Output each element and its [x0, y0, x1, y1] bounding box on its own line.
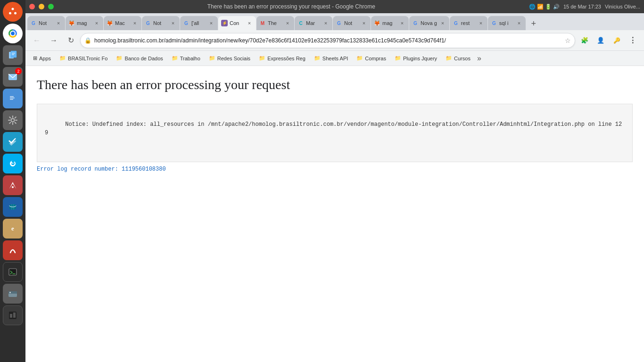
tab-close[interactable]: ×: [477, 19, 485, 27]
svg-rect-15: [9, 269, 17, 275]
tab-not1[interactable]: G Not ×: [27, 16, 65, 30]
tab-favicon: G: [336, 20, 342, 26]
tab-close[interactable]: ×: [55, 19, 62, 27]
tab-mac[interactable]: 🦊 Mac ×: [104, 16, 141, 30]
tab-close[interactable]: ×: [131, 19, 139, 27]
reload-button[interactable]: ↻: [63, 33, 78, 48]
window-close-button[interactable]: [29, 4, 35, 9]
password-manager-button[interactable]: 🔑: [609, 33, 624, 48]
tab-bar: G Not × 🦊 mag × 🦊 Mac × G Not × G ['all …: [25, 13, 644, 30]
toolbar-right-icons: 🧩 👤 🔑 ⋮: [577, 33, 640, 48]
tab-all[interactable]: G ['all ×: [180, 16, 218, 30]
bookmark-brasiltronic[interactable]: 📁 BRASILTronic Fo: [56, 53, 111, 63]
tab-label: sql i: [499, 20, 513, 26]
error-heading: There has been an error processing your …: [37, 77, 633, 92]
tab-sql[interactable]: G sql i ×: [488, 16, 526, 30]
bookmark-sheets[interactable]: 📁 Sheets API: [310, 53, 352, 63]
bookmark-cursos[interactable]: 📁 Cursos: [442, 53, 474, 63]
tab-label: Nova g: [421, 20, 437, 26]
error-box: Notice: Undefined index: all_resources i…: [37, 104, 633, 162]
tab-label: Mar: [306, 20, 320, 26]
bookmark-apps-label: Apps: [39, 56, 51, 61]
sidebar-icon-mysql[interactable]: [3, 197, 23, 217]
tab-mag1[interactable]: 🦊 mag ×: [66, 16, 103, 30]
tab-label: rest: [461, 20, 475, 26]
sidebar-icon-chrome[interactable]: [3, 24, 23, 43]
more-tools-button[interactable]: ⋮: [625, 33, 640, 48]
sidebar-icon-dark[interactable]: [3, 305, 23, 325]
address-input[interactable]: [94, 37, 562, 44]
folder-icon: 📁: [356, 55, 363, 61]
bookmarks-bar: ⊞ Apps 📁 BRASILTronic Fo 📁 Banco de Dado…: [25, 51, 644, 66]
tab-favicon: M: [259, 20, 266, 26]
sidebar-icon-skype[interactable]: [3, 154, 23, 173]
tab-close[interactable]: ×: [207, 19, 215, 27]
tab-not2[interactable]: G Not ×: [142, 16, 180, 30]
sidebar-icon-ubuntu[interactable]: [3, 2, 23, 22]
profile-button[interactable]: 👤: [593, 33, 608, 48]
tab-favicon: 🦊: [68, 20, 75, 26]
tab-label: Mac: [115, 20, 129, 26]
folder-icon: 📁: [259, 55, 265, 61]
tab-the[interactable]: M The ×: [256, 16, 294, 30]
folder-icon: 📁: [446, 55, 452, 61]
datetime: 15 de Mar 17:23: [563, 4, 601, 9]
sidebar-icon-emma[interactable]: e: [3, 219, 23, 239]
tab-label: Con: [230, 20, 244, 26]
tab-rest[interactable]: G rest ×: [450, 16, 487, 30]
back-button[interactable]: ←: [29, 33, 44, 48]
bookmark-apps[interactable]: ⊞ Apps: [29, 53, 55, 63]
sidebar-icon-filezilla[interactable]: [3, 175, 23, 195]
bookmark-compras[interactable]: 📁 Compras: [353, 53, 390, 63]
bookmark-label: BRASILTronic Fo: [68, 56, 107, 61]
bookmark-banco[interactable]: 📁 Banco de Dados: [112, 53, 166, 63]
window-minimize-button[interactable]: [39, 4, 44, 9]
svg-point-13: [11, 119, 15, 122]
tab-mag2[interactable]: 🦊 mag ×: [371, 16, 409, 30]
browser-window: There has been an error processing your …: [25, 0, 644, 362]
folder-icon: 📁: [116, 55, 123, 61]
tab-favicon: G: [412, 20, 419, 26]
apps-icon: ⊞: [33, 55, 37, 61]
security-icon: 🔒: [84, 37, 91, 44]
tab-favicon: 🦊: [107, 20, 113, 26]
tab-favicon: G: [183, 20, 190, 26]
tab-close[interactable]: ×: [439, 19, 446, 27]
tab-con-active[interactable]: ⚡ Con ×: [218, 16, 256, 30]
sidebar-icon-drive[interactable]: [3, 284, 23, 304]
tab-close[interactable]: ×: [93, 19, 100, 27]
mail-badge: 2: [15, 68, 22, 74]
tab-label: Not: [344, 20, 358, 26]
window-maximize-button[interactable]: [48, 4, 54, 9]
sidebar-icon-red[interactable]: [3, 240, 23, 260]
tab-label: ['all: [191, 20, 206, 26]
new-tab-button[interactable]: +: [527, 17, 540, 30]
address-bar-container[interactable]: 🔒 ☆: [80, 33, 575, 48]
sidebar-icon-writer[interactable]: [3, 89, 23, 108]
svg-rect-6: [12, 53, 15, 54]
bookmark-trabalho[interactable]: 📁 Trabalho: [168, 53, 204, 63]
sidebar-icon-mail[interactable]: 2: [3, 67, 23, 87]
tab-not3[interactable]: G Not ×: [333, 16, 371, 30]
tab-close[interactable]: ×: [246, 19, 253, 27]
tab-close[interactable]: ×: [284, 19, 291, 27]
sidebar-icon-files[interactable]: [3, 45, 23, 65]
bookmarks-more-button[interactable]: »: [477, 54, 481, 63]
tab-nova[interactable]: G Nova g ×: [409, 16, 449, 30]
tab-mar[interactable]: C Mar ×: [295, 16, 332, 30]
sidebar-icon-terminal[interactable]: [3, 262, 23, 282]
sidebar-icon-vscode[interactable]: [3, 132, 23, 152]
bookmark-redes[interactable]: 📁 Redes Sociais: [205, 53, 254, 63]
tab-close[interactable]: ×: [398, 19, 406, 27]
bookmark-expressoes[interactable]: 📁 Expressões Reg: [255, 53, 309, 63]
bookmark-plugins[interactable]: 📁 Plugins Jquery: [391, 53, 441, 63]
extensions-button[interactable]: 🧩: [577, 33, 592, 48]
tab-close[interactable]: ×: [360, 19, 368, 27]
bookmark-star-icon[interactable]: ☆: [565, 37, 571, 44]
tab-close[interactable]: ×: [515, 19, 523, 27]
tab-close[interactable]: ×: [169, 19, 177, 27]
tab-favicon: ⚡: [221, 20, 228, 26]
sidebar-icon-settings[interactable]: [3, 110, 23, 130]
forward-button[interactable]: →: [46, 33, 61, 48]
tab-close[interactable]: ×: [322, 19, 330, 27]
